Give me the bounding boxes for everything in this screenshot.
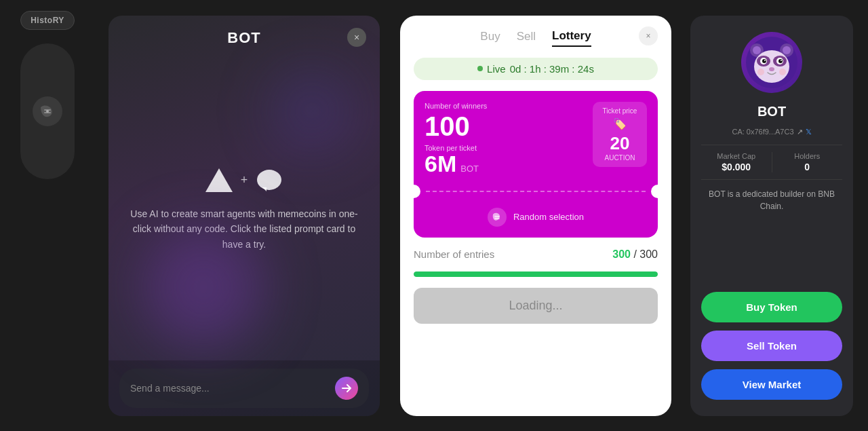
send-button[interactable] xyxy=(335,377,358,400)
progress-bar-bg xyxy=(414,271,658,277)
svg-point-5 xyxy=(753,46,761,54)
ticket-divider xyxy=(414,185,658,198)
raccoon-svg xyxy=(745,35,799,90)
ticket-price-icon: 🏷️ xyxy=(601,117,639,130)
ticket-logo-svg xyxy=(491,211,503,223)
entries-current: 300 xyxy=(612,248,631,260)
svg-point-15 xyxy=(781,60,782,61)
divider-circle-right xyxy=(651,185,665,198)
buy-token-button[interactable]: Buy Token xyxy=(701,292,842,322)
bot-avatar xyxy=(741,32,802,93)
bot-description: Use AI to create smart agents with memec… xyxy=(129,206,359,252)
logo-svg xyxy=(38,102,57,121)
main-container: HistoRY BOT × + xyxy=(0,0,868,431)
svg-point-6 xyxy=(783,46,791,54)
sidebar-logo-container xyxy=(20,43,75,179)
bot-panel-header: BOT × xyxy=(108,16,380,60)
ticket-price-label: Ticket price xyxy=(601,107,639,115)
svg-point-7 xyxy=(754,50,789,83)
stat-holders: Holders 0 xyxy=(772,152,843,172)
bot-panel-title: BOT xyxy=(227,29,260,47)
holders-value: 0 xyxy=(772,162,843,172)
live-badge: Live 0d : 1h : 39m : 24s xyxy=(414,58,658,80)
entries-row: Number of entries 300 / 300 xyxy=(414,248,658,261)
bot-input-area: Send a message... xyxy=(108,360,380,416)
svg-point-13 xyxy=(778,59,783,63)
svg-point-18 xyxy=(779,69,786,75)
history-button[interactable]: HistoRY xyxy=(20,11,75,30)
plus-icon: + xyxy=(241,173,248,187)
twitter-icon[interactable]: 𝕏 xyxy=(806,128,812,136)
live-dot xyxy=(477,66,483,71)
external-link-icon[interactable]: ↗ xyxy=(797,128,803,136)
bot-panel: BOT × + Use AI to create smart agents wi… xyxy=(108,16,380,416)
winners-label: Number of winners xyxy=(425,102,487,110)
divider-circle-left xyxy=(407,185,420,198)
tab-lottery[interactable]: Lottery xyxy=(552,29,591,47)
ticket-price-sub: AUCTION xyxy=(601,154,639,162)
lottery-ticket: Number of winners 100 Token per ticket 6… xyxy=(414,91,658,238)
ticket-top: Number of winners 100 Token per ticket 6… xyxy=(425,102,647,175)
bot-stats: Market Cap $0.000 Holders 0 xyxy=(701,145,842,180)
holders-label: Holders xyxy=(772,152,843,160)
svg-point-16 xyxy=(769,67,774,71)
ticket-price-value: 20 xyxy=(601,133,639,154)
sell-token-button[interactable]: Sell Token xyxy=(701,331,842,361)
svg-point-1 xyxy=(257,170,281,190)
svg-point-12 xyxy=(762,59,766,63)
bot-input-row: Send a message... xyxy=(119,369,369,408)
entries-label: Number of entries xyxy=(414,248,494,260)
market-cap-label: Market Cap xyxy=(701,152,772,160)
winners-value: 100 xyxy=(425,113,487,140)
bot-icons-row: + xyxy=(205,168,283,193)
svg-point-0 xyxy=(46,110,49,113)
chat-bubble-icon xyxy=(256,168,283,193)
ticket-dashes xyxy=(426,191,646,192)
ticket-left: Number of winners 100 Token per ticket 6… xyxy=(425,102,487,175)
lottery-close-button[interactable]: × xyxy=(639,26,658,45)
ticket-price-box: Ticket price 🏷️ 20 AUCTION xyxy=(593,102,647,167)
token-per-ticket-value: 6M xyxy=(425,152,456,175)
loading-button[interactable]: Loading... xyxy=(414,288,658,324)
entries-total: / 300 xyxy=(633,248,658,260)
svg-point-14 xyxy=(764,60,766,61)
progress-bar-fill xyxy=(414,271,658,277)
random-selection-label: Random selection xyxy=(513,212,584,222)
right-panel: BOT CA: 0x76f9...A7C3 ↗ 𝕏 Market Cap $0.… xyxy=(690,16,853,416)
live-timer: 0d : 1h : 39m : 24s xyxy=(510,63,594,75)
ca-label: CA: 0x76f9...A7C3 xyxy=(732,128,793,136)
market-cap-value: $0.000 xyxy=(701,162,772,172)
bot-close-button[interactable]: × xyxy=(347,28,366,47)
token-per-ticket-label: Token per ticket xyxy=(425,144,487,152)
ticket-logo xyxy=(488,208,507,227)
bot-name: BOT xyxy=(757,104,786,119)
bot-panel-content: + Use AI to create smart agents with mem… xyxy=(108,60,380,360)
triangle-icon xyxy=(205,168,233,192)
bot-input-placeholder: Send a message... xyxy=(130,383,210,394)
lottery-tabs: Buy Sell Lottery × xyxy=(414,29,658,47)
svg-point-17 xyxy=(757,69,764,75)
ticket-bottom: Random selection xyxy=(425,208,647,227)
tab-sell[interactable]: Sell xyxy=(517,30,536,46)
send-icon xyxy=(342,383,351,393)
token-per-ticket-unit: BOT xyxy=(460,164,479,174)
live-label: Live xyxy=(487,63,506,75)
bot-ca: CA: 0x76f9...A7C3 ↗ 𝕏 xyxy=(732,128,811,136)
tab-buy[interactable]: Buy xyxy=(480,30,500,46)
view-market-button[interactable]: View Market xyxy=(701,369,842,400)
stat-market-cap: Market Cap $0.000 xyxy=(701,152,772,172)
bot-description-right: BOT is a dedicated builder on BNB Chain. xyxy=(701,188,842,212)
left-sidebar: HistoRY xyxy=(0,0,95,431)
logo-icon xyxy=(33,96,62,126)
lottery-panel: Buy Sell Lottery × Live 0d : 1h : 39m : … xyxy=(400,16,671,416)
entries-counter: 300 / 300 xyxy=(612,248,658,261)
